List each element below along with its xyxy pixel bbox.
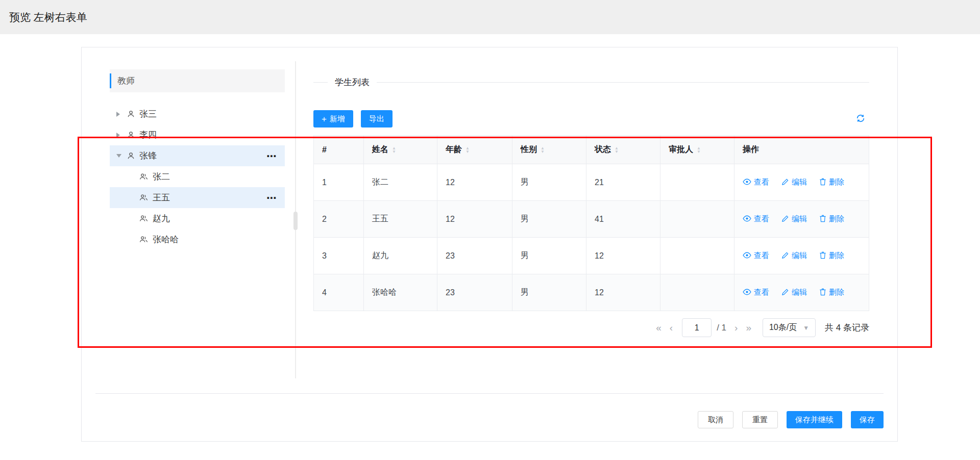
tree-panel-title: 教师 <box>117 75 135 87</box>
add-button[interactable]: + 新增 <box>313 110 353 127</box>
cell-status: 12 <box>586 274 660 311</box>
trash-icon <box>819 288 826 297</box>
refresh-button[interactable] <box>852 110 869 127</box>
splitter-grip-handle[interactable] <box>293 212 298 230</box>
delete-link[interactable]: 删除 <box>819 288 844 297</box>
export-button[interactable]: 导出 <box>361 110 393 127</box>
tree-node-zhanger[interactable]: 张二 <box>110 166 285 187</box>
person-icon <box>127 131 135 139</box>
page-size-select[interactable]: 10条/页 ▼ <box>763 318 816 337</box>
sort-icon[interactable]: ▲▼ <box>697 146 701 154</box>
col-header-gender[interactable]: 性别▲▼ <box>512 136 586 164</box>
delete-link[interactable]: 删除 <box>819 251 844 261</box>
save-and-continue-button[interactable]: 保存并继续 <box>787 411 842 428</box>
page-number-input[interactable] <box>682 318 712 337</box>
sort-icon[interactable]: ▲▼ <box>392 146 396 154</box>
view-link[interactable]: 查看 <box>743 214 769 224</box>
reset-button[interactable]: 重置 <box>742 411 778 428</box>
edit-link[interactable]: 编辑 <box>781 251 807 261</box>
tree-node-zhanghaha[interactable]: 张哈哈 <box>110 229 285 250</box>
last-page-button[interactable]: » <box>742 322 755 334</box>
next-page-button[interactable]: › <box>730 322 742 334</box>
accent-bar <box>110 73 111 88</box>
caret-down-icon[interactable] <box>116 154 121 158</box>
more-actions-icon[interactable]: ⋯ <box>266 193 285 203</box>
cell-actions: 查看 编辑 删除 <box>734 274 869 311</box>
view-link[interactable]: 查看 <box>743 288 769 297</box>
person-icon <box>127 110 135 118</box>
tree-node-label: 张三 <box>139 108 157 120</box>
first-page-button[interactable]: « <box>652 322 666 334</box>
eye-icon <box>743 251 751 260</box>
cell-status: 12 <box>586 238 660 274</box>
table-row: 1 张二 12 男 21 查看 编辑 删除 <box>314 164 869 201</box>
tree-node-label: 张二 <box>153 171 170 183</box>
cell-gender: 男 <box>512 238 586 274</box>
group-icon <box>139 173 148 181</box>
pagination: « ‹ / 1 › » 10条/页 ▼ 共 4 条记录 <box>313 318 869 337</box>
page-size-value: 10条/页 <box>769 322 797 333</box>
trash-icon <box>819 251 826 261</box>
col-header-index: # <box>314 136 364 164</box>
panel-splitter[interactable] <box>295 61 296 378</box>
prev-page-button[interactable]: ‹ <box>666 322 677 334</box>
edit-link[interactable]: 编辑 <box>781 177 807 187</box>
table-header-row: # 姓名▲▼ 年龄▲▼ 性别▲▼ 状态▲▼ 审批人▲▼ 操作 <box>314 136 869 164</box>
pencil-icon <box>781 251 789 261</box>
group-icon <box>139 194 148 201</box>
cell-gender: 男 <box>512 274 586 311</box>
sort-icon[interactable]: ▲▼ <box>465 146 470 154</box>
col-header-age[interactable]: 年龄▲▼ <box>437 136 512 164</box>
delete-link[interactable]: 删除 <box>819 214 844 224</box>
edit-link[interactable]: 编辑 <box>781 288 807 297</box>
caret-right-icon[interactable] <box>116 112 121 117</box>
more-actions-icon[interactable]: ⋯ <box>266 151 285 161</box>
sort-icon[interactable]: ▲▼ <box>541 146 545 154</box>
tree-node-zhangfeng[interactable]: 张锋 ⋯ <box>110 145 285 166</box>
tree-node-zhaojiu[interactable]: 赵九 <box>110 208 285 229</box>
pencil-icon <box>781 178 789 187</box>
cell-gender: 男 <box>512 201 586 238</box>
person-icon <box>127 152 135 160</box>
cell-name: 王五 <box>364 201 437 238</box>
tree-node-label: 张锋 <box>139 150 157 162</box>
cell-actions: 查看 编辑 删除 <box>734 164 869 201</box>
cell-name: 张哈哈 <box>364 274 437 311</box>
cell-name: 张二 <box>364 164 437 201</box>
cell-approver <box>660 238 734 274</box>
tree-node-wangwu[interactable]: 王五 ⋯ <box>110 187 285 208</box>
view-link[interactable]: 查看 <box>743 177 769 187</box>
cancel-button[interactable]: 取消 <box>698 411 733 428</box>
cell-approver <box>660 201 734 238</box>
delete-link[interactable]: 删除 <box>819 177 844 187</box>
chevron-down-icon: ▼ <box>803 324 809 331</box>
edit-link[interactable]: 编辑 <box>781 214 807 224</box>
cell-gender: 男 <box>512 164 586 201</box>
export-button-label: 导出 <box>369 114 384 124</box>
caret-right-icon[interactable] <box>116 133 121 138</box>
col-header-approver[interactable]: 审批人▲▼ <box>660 136 734 164</box>
table-row: 4 张哈哈 23 男 12 查看 编辑 删除 <box>314 274 869 311</box>
plus-icon: + <box>322 115 327 123</box>
cell-index: 3 <box>314 238 364 274</box>
refresh-icon <box>856 114 865 124</box>
eye-icon <box>743 215 751 223</box>
tree-panel: 教师 张三 李四 张锋 <box>110 69 285 250</box>
col-header-status[interactable]: 状态▲▼ <box>586 136 660 164</box>
total-records-label: 共 4 条记录 <box>825 322 869 334</box>
tree-node-label: 王五 <box>153 192 170 203</box>
tree-node-lisi[interactable]: 李四 <box>110 124 285 145</box>
cell-age: 23 <box>437 238 512 274</box>
col-header-name[interactable]: 姓名▲▼ <box>364 136 437 164</box>
table-toolbar: + 新增 导出 <box>313 110 869 127</box>
view-link[interactable]: 查看 <box>743 251 769 261</box>
cell-age: 12 <box>437 164 512 201</box>
cell-actions: 查看 编辑 删除 <box>734 201 869 238</box>
page-header: 预览 左树右表单 <box>0 0 980 34</box>
save-button[interactable]: 保存 <box>851 411 884 428</box>
cell-age: 12 <box>437 201 512 238</box>
cell-status: 41 <box>586 201 660 238</box>
sort-icon[interactable]: ▲▼ <box>615 146 619 154</box>
tree-node-zhangsan[interactable]: 张三 <box>110 104 285 124</box>
col-header-actions: 操作 <box>734 136 869 164</box>
